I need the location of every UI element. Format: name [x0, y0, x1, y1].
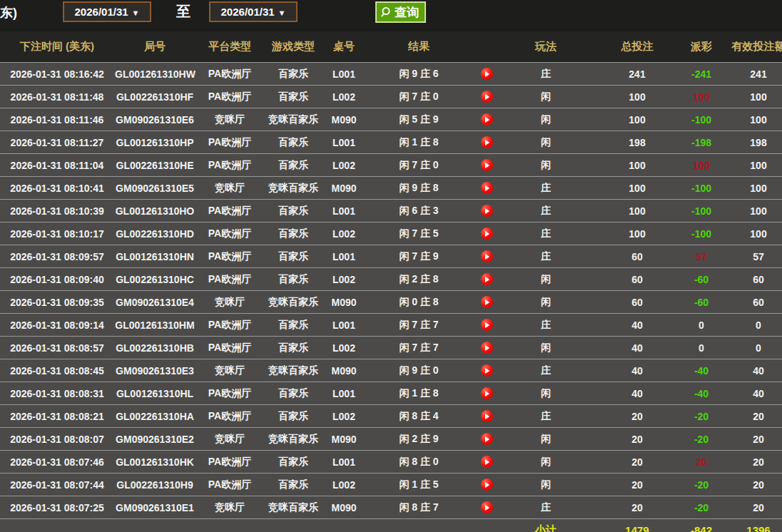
result-cell: 闲 6 庄 3 — [365, 200, 472, 222]
replay-play-icon[interactable] — [481, 68, 493, 80]
table-row: 2026-01-31 08:07:25GM090261310E1竞咪厅竞咪百家乐… — [0, 496, 782, 519]
valid-bet-cell: 0 — [719, 337, 782, 359]
game-type-cell: 竞咪百家乐 — [264, 359, 323, 382]
play-type-cell: 闲 — [501, 337, 591, 359]
valid-bet-cell: 57 — [719, 245, 782, 268]
play-type-cell: 闲 — [501, 108, 591, 131]
play-type-cell: 庄 — [501, 359, 591, 382]
play-triangle-icon — [485, 414, 489, 419]
payout-cell: -20 — [684, 405, 719, 428]
table-no-cell: L002 — [323, 154, 365, 177]
play-type-cell: 庄 — [501, 222, 591, 245]
replay-play-icon[interactable] — [481, 433, 493, 445]
table-row: 2026-01-31 08:10:39GL001261310HOPA欧洲厅百家乐… — [0, 200, 782, 222]
replay-play-icon[interactable] — [481, 319, 493, 331]
replay-play-icon[interactable] — [481, 159, 493, 171]
table-row: 2026-01-31 08:09:57GL001261310HNPA欧洲厅百家乐… — [0, 245, 782, 268]
payout-cell: -40 — [684, 382, 719, 405]
search-button[interactable]: 查询 — [375, 1, 426, 23]
replay-cell — [472, 154, 501, 177]
col-header-table-no: 桌号 — [323, 31, 365, 63]
platform-cell: PA欧洲厅 — [196, 154, 264, 177]
replay-play-icon[interactable] — [481, 364, 493, 377]
play-triangle-icon — [485, 231, 489, 237]
replay-cell — [472, 177, 501, 200]
platform-cell: PA欧洲厅 — [196, 63, 264, 86]
replay-play-icon[interactable] — [481, 410, 493, 422]
table-no-cell: M090 — [323, 177, 365, 200]
subtotal-payout: -842 — [684, 519, 719, 532]
table-no-cell: L002 — [323, 222, 365, 245]
replay-play-icon[interactable] — [481, 501, 493, 513]
search-button-label: 查询 — [395, 4, 419, 21]
game-type-cell: 百家乐 — [264, 382, 323, 405]
date-to-picker[interactable]: 2026/01/31 ▼ — [209, 1, 298, 22]
replay-cell — [472, 200, 501, 222]
table-no-cell: L002 — [323, 337, 365, 359]
bet-time-cell: 2026-01-31 08:09:57 — [0, 245, 114, 268]
date-from-picker[interactable]: 2026/01/31 ▼ — [63, 1, 151, 22]
replay-play-icon[interactable] — [481, 182, 493, 194]
replay-play-icon[interactable] — [481, 227, 493, 240]
platform-cell: PA欧洲厅 — [196, 200, 264, 222]
platform-cell: PA欧洲厅 — [196, 337, 264, 359]
bet-time-cell: 2026-01-31 08:08:31 — [0, 382, 114, 405]
payout-cell: -100 — [684, 108, 719, 131]
replay-cell — [472, 382, 501, 405]
game-type-cell: 百家乐 — [264, 314, 323, 337]
replay-play-icon[interactable] — [481, 136, 493, 148]
platform-cell: PA欧洲厅 — [196, 131, 264, 154]
payout-cell: -100 — [684, 177, 719, 200]
game-no-cell: GL001261310HN — [114, 245, 196, 268]
table-row: 2026-01-31 08:08:31GL001261310HLPA欧洲厅百家乐… — [0, 382, 782, 405]
replay-play-icon[interactable] — [481, 456, 493, 468]
valid-bet-cell: 60 — [719, 291, 782, 314]
bet-time-cell: 2026-01-31 08:07:44 — [0, 474, 114, 496]
game-type-cell: 百家乐 — [264, 200, 323, 222]
table-no-cell: L002 — [323, 268, 365, 291]
play-triangle-icon — [485, 71, 489, 77]
play-type-cell: 闲 — [501, 451, 591, 474]
replay-play-icon[interactable] — [481, 273, 493, 285]
play-triangle-icon — [485, 94, 489, 100]
platform-cell: 竞咪厅 — [196, 108, 264, 131]
replay-play-icon[interactable] — [481, 91, 493, 103]
game-no-cell: GL002261310HC — [114, 268, 196, 291]
game-no-cell: GL001261310HL — [114, 382, 196, 405]
bet-time-cell: 2026-01-31 08:08:21 — [0, 405, 114, 428]
replay-play-icon[interactable] — [481, 296, 493, 308]
table-no-cell: L001 — [323, 382, 365, 405]
valid-bet-cell: 241 — [719, 63, 782, 86]
total-bet-cell: 40 — [591, 314, 684, 337]
bet-history-table: 下注时间 (美东) 局号 平台类型 游戏类型 桌号 结果 玩法 总投注 派彩 有… — [0, 31, 782, 532]
bet-time-cell: 2026-01-31 08:11:48 — [0, 86, 114, 108]
replay-play-icon[interactable] — [481, 479, 493, 491]
replay-cell — [472, 291, 501, 314]
game-type-cell: 百家乐 — [264, 405, 323, 428]
replay-cell — [472, 108, 501, 131]
play-type-cell: 闲 — [501, 474, 591, 496]
table-no-cell: L001 — [323, 451, 365, 474]
game-type-cell: 百家乐 — [264, 154, 323, 177]
replay-play-icon[interactable] — [481, 113, 493, 126]
payout-cell: -198 — [684, 131, 719, 154]
game-no-cell: GL002261310HF — [114, 86, 196, 108]
result-cell: 闲 2 庄 8 — [365, 268, 472, 291]
total-bet-cell: 20 — [591, 496, 684, 519]
bet-time-cell: 2026-01-31 08:08:57 — [0, 337, 114, 359]
payout-cell: -100 — [684, 222, 719, 245]
play-triangle-icon — [485, 482, 489, 488]
payout-cell: 0 — [684, 314, 719, 337]
replay-play-icon[interactable] — [481, 250, 493, 262]
table-row: 2026-01-31 08:07:46GL001261310HKPA欧洲厅百家乐… — [0, 451, 782, 474]
chevron-down-icon: ▼ — [132, 9, 140, 17]
replay-cell — [472, 268, 501, 291]
platform-cell: PA欧洲厅 — [196, 86, 264, 108]
play-triangle-icon — [485, 300, 489, 305]
replay-play-icon[interactable] — [481, 387, 493, 399]
replay-play-icon[interactable] — [481, 342, 493, 354]
replay-play-icon[interactable] — [481, 205, 493, 217]
bet-time-cell: 2026-01-31 08:08:07 — [0, 428, 114, 451]
table-row: 2026-01-31 08:09:35GM090261310E4竞咪厅竞咪百家乐… — [0, 291, 782, 314]
play-type-cell: 闲 — [501, 291, 591, 314]
